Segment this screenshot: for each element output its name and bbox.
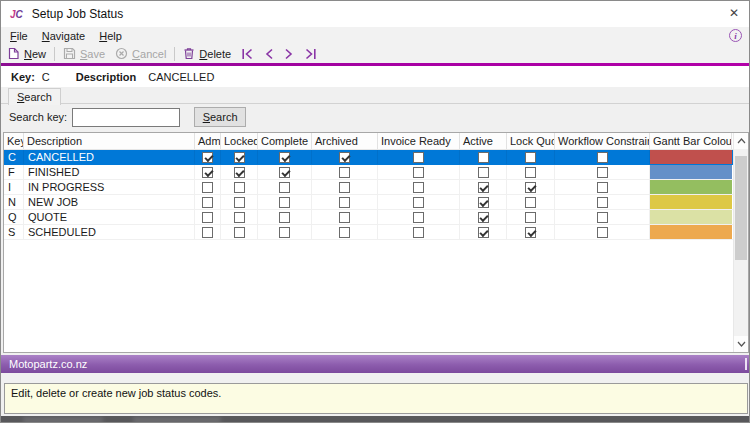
table-row[interactable]: CCANCELLED: [4, 150, 733, 165]
admin-checkbox[interactable]: [202, 182, 213, 193]
archived-checkbox[interactable]: [339, 197, 350, 208]
workflow-constrained-checkbox[interactable]: [597, 227, 608, 238]
locked-checkbox[interactable]: [234, 197, 245, 208]
delete-button[interactable]: Delete: [183, 47, 231, 60]
complete-checkbox[interactable]: [279, 227, 290, 238]
workflow-constrained-checkbox[interactable]: [597, 182, 608, 193]
invoice-ready-checkbox[interactable]: [413, 227, 424, 238]
complete-checkbox[interactable]: [279, 182, 290, 193]
info-icon[interactable]: i: [729, 29, 742, 42]
invoice-ready-checkbox[interactable]: [413, 152, 424, 163]
lock-quote-checkbox[interactable]: [525, 197, 536, 208]
row-key: F: [4, 165, 24, 179]
locked-checkbox[interactable]: [234, 212, 245, 223]
vertical-scrollbar[interactable]: [733, 133, 748, 352]
lock-quote-checkbox[interactable]: [525, 182, 536, 193]
new-button[interactable]: New: [8, 47, 46, 60]
save-disk-icon: [63, 47, 76, 60]
menu-help[interactable]: Help: [92, 29, 129, 43]
lock-quote-checkbox[interactable]: [525, 227, 536, 238]
archived-checkbox[interactable]: [339, 167, 350, 178]
first-record-button[interactable]: [241, 48, 254, 60]
window-title: Setup Job Status: [32, 7, 123, 21]
column-header-gantt-bar-colour[interactable]: Gantt Bar Colour: [650, 133, 732, 149]
scroll-up-icon[interactable]: [734, 133, 748, 149]
archived-checkbox[interactable]: [339, 182, 350, 193]
description-value: CANCELLED: [148, 71, 214, 83]
column-header-complete[interactable]: Complete: [258, 133, 312, 149]
invoice-ready-checkbox[interactable]: [413, 167, 424, 178]
table-row[interactable]: FFINISHED: [4, 165, 733, 180]
column-header-key[interactable]: Key: [4, 133, 24, 149]
column-header-description[interactable]: Description: [24, 133, 195, 149]
column-header-workflow-constrained[interactable]: Workflow Constrained: [555, 133, 650, 149]
complete-checkbox[interactable]: [279, 167, 290, 178]
menu-navigate[interactable]: Navigate: [35, 29, 92, 43]
workflow-constrained-checkbox[interactable]: [597, 167, 608, 178]
archived-checkbox[interactable]: [339, 227, 350, 238]
table-row[interactable]: IIN PROGRESS: [4, 180, 733, 195]
column-header-lock-quote[interactable]: Lock Quote: [507, 133, 555, 149]
active-checkbox[interactable]: [478, 227, 489, 238]
column-header-admin[interactable]: Admin: [195, 133, 221, 149]
last-record-button[interactable]: [304, 48, 317, 60]
table-row[interactable]: NNEW JOB: [4, 195, 733, 210]
cell-complete: [258, 150, 312, 164]
cell-locked: [221, 210, 258, 224]
locked-checkbox[interactable]: [234, 167, 245, 178]
tab-search[interactable]: Search: [8, 88, 61, 105]
previous-record-button[interactable]: [264, 48, 274, 60]
cell-locked: [221, 150, 258, 164]
column-header-active[interactable]: Active: [460, 133, 507, 149]
new-page-icon: [8, 47, 20, 60]
menu-file[interactable]: File: [3, 29, 35, 43]
locked-checkbox[interactable]: [234, 227, 245, 238]
lock-quote-checkbox[interactable]: [525, 212, 536, 223]
scrollbar-thumb[interactable]: [735, 156, 747, 260]
cancel-button[interactable]: Cancel: [115, 47, 166, 60]
active-checkbox[interactable]: [478, 152, 489, 163]
active-checkbox[interactable]: [478, 182, 489, 193]
admin-checkbox[interactable]: [202, 167, 213, 178]
cell-active: [460, 195, 507, 209]
active-checkbox[interactable]: [478, 212, 489, 223]
archived-checkbox[interactable]: [339, 212, 350, 223]
workflow-constrained-checkbox[interactable]: [597, 197, 608, 208]
admin-checkbox[interactable]: [202, 212, 213, 223]
table-row[interactable]: QQUOTE: [4, 210, 733, 225]
table-row[interactable]: SSCHEDULED: [4, 225, 733, 240]
workflow-constrained-checkbox[interactable]: [597, 212, 608, 223]
invoice-ready-checkbox[interactable]: [413, 182, 424, 193]
active-checkbox[interactable]: [478, 167, 489, 178]
complete-checkbox[interactable]: [279, 212, 290, 223]
locked-checkbox[interactable]: [234, 182, 245, 193]
workflow-constrained-checkbox[interactable]: [597, 152, 608, 163]
search-key-input[interactable]: [72, 108, 180, 127]
complete-checkbox[interactable]: [279, 197, 290, 208]
next-record-button[interactable]: [284, 48, 294, 60]
invoice-ready-checkbox[interactable]: [413, 197, 424, 208]
search-button[interactable]: Search: [194, 107, 246, 127]
cell-locked: [221, 165, 258, 179]
column-header-archived[interactable]: Archived: [312, 133, 378, 149]
row-key: I: [4, 180, 24, 194]
complete-checkbox[interactable]: [279, 152, 290, 163]
admin-checkbox[interactable]: [202, 197, 213, 208]
admin-checkbox[interactable]: [202, 227, 213, 238]
column-header-locked[interactable]: Locked: [221, 133, 258, 149]
close-icon[interactable]: ✕: [729, 6, 739, 20]
archived-checkbox[interactable]: [339, 152, 350, 163]
locked-checkbox[interactable]: [234, 152, 245, 163]
scroll-down-icon[interactable]: [734, 336, 748, 352]
lock-quote-checkbox[interactable]: [525, 152, 536, 163]
admin-checkbox[interactable]: [202, 152, 213, 163]
lock-quote-checkbox[interactable]: [525, 167, 536, 178]
title-bar: JC Setup Job Status ✕: [1, 1, 749, 27]
column-header-invoice-ready[interactable]: Invoice Ready: [378, 133, 460, 149]
row-description: CANCELLED: [24, 150, 195, 164]
active-checkbox[interactable]: [478, 197, 489, 208]
cell-workflow-constrained: [555, 210, 650, 224]
invoice-ready-checkbox[interactable]: [413, 212, 424, 223]
save-button[interactable]: Save: [63, 47, 105, 60]
record-header: Key: C Description CANCELLED: [1, 66, 749, 87]
